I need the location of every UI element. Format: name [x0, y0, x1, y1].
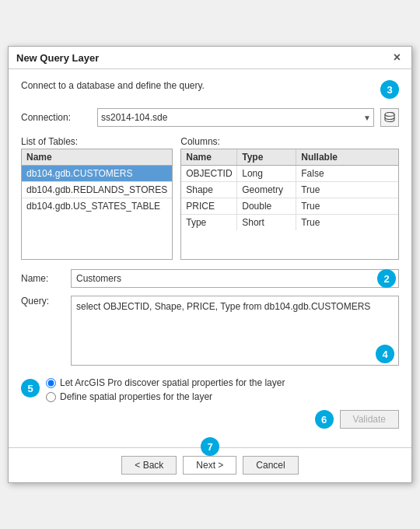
col-cell-nullable: True — [296, 215, 398, 230]
tables-header: Name — [22, 149, 172, 166]
connection-label: Connection: — [21, 112, 91, 123]
tables-container: Name db104.gdb.CUSTOMERS db104.gdb.REDLA… — [21, 149, 173, 260]
column-row[interactable]: PRICE Double True — [181, 198, 398, 215]
col-cell-type: Geometry — [237, 182, 296, 198]
badge-3: 3 — [380, 80, 399, 99]
instruction-row: Connect to a database and define the que… — [21, 80, 399, 99]
radio-define-spatial[interactable] — [46, 392, 56, 402]
query-textarea-wrapper: select OBJECTID, Shape, PRICE, Type from… — [71, 296, 399, 368]
columns-container: Name Type Nullable OBJECTID Long False S… — [180, 149, 399, 260]
dialog-body: Connect to a database and define the que… — [9, 69, 411, 447]
col-cell-type: Long — [237, 166, 296, 181]
db-connect-button[interactable] — [380, 108, 399, 127]
column-row[interactable]: Type Short True — [181, 215, 398, 230]
dialog-window: New Query Layer × Connect to a database … — [8, 46, 412, 483]
name-row: Name: 2 — [21, 269, 399, 288]
svg-point-0 — [385, 113, 394, 117]
validate-button[interactable]: Validate — [340, 410, 399, 429]
validate-row: 6 Validate — [21, 410, 399, 429]
badge-6: 6 — [315, 410, 334, 429]
query-field-label: Query: — [21, 296, 65, 307]
radio-define-label: Define spatial properties for the layer — [60, 391, 212, 402]
two-panel: List of Tables: Name db104.gdb.CUSTOMERS… — [21, 136, 399, 260]
col-th-type: Type — [237, 149, 296, 165]
footer: 7 < Back Next > Cancel — [9, 447, 411, 482]
col-cell-type: Double — [237, 198, 296, 214]
connection-select[interactable]: ss2014-104.sde — [97, 108, 374, 127]
table-row[interactable]: db104.gdb.CUSTOMERS — [22, 166, 172, 182]
table-row[interactable]: db104.gdb.US_STATES_TABLE — [22, 198, 172, 214]
col-cell-nullable: True — [296, 198, 398, 214]
table-cell-name: db104.gdb.REDLANDS_STORES — [22, 182, 172, 198]
table-cell-name: db104.gdb.US_STATES_TABLE — [22, 198, 172, 214]
badge-4: 4 — [376, 345, 394, 363]
badge-7: 7 — [201, 437, 219, 456]
radio-group: Let ArcGIS Pro discover spatial properti… — [46, 377, 399, 402]
radio-section: 5 Let ArcGIS Pro discover spatial proper… — [21, 377, 399, 402]
columns-label: Columns: — [180, 136, 399, 147]
connection-row: Connection: ss2014-104.sde ▼ — [21, 108, 399, 127]
badge-5: 5 — [21, 379, 40, 398]
instruction-text: Connect to a database and define the que… — [21, 80, 205, 91]
query-row: Query: select OBJECTID, Shape, PRICE, Ty… — [21, 296, 399, 368]
radio-discover-spatial[interactable] — [46, 378, 56, 388]
close-button[interactable]: × — [390, 51, 404, 64]
columns-body: OBJECTID Long False Shape Geometry True … — [181, 166, 398, 259]
col-cell-name: Type — [181, 215, 237, 230]
col-cell-nullable: True — [296, 182, 398, 198]
column-row[interactable]: OBJECTID Long False — [181, 166, 398, 182]
cancel-button[interactable]: Cancel — [243, 456, 298, 475]
col-cell-type: Short — [237, 215, 296, 230]
table-row[interactable]: db104.gdb.REDLANDS_STORES — [22, 182, 172, 198]
col-th-nullable: Nullable — [296, 149, 398, 165]
col-cell-nullable: False — [296, 166, 398, 181]
tables-panel: List of Tables: Name db104.gdb.CUSTOMERS… — [21, 136, 173, 260]
col-cell-name: OBJECTID — [181, 166, 237, 181]
title-bar: New Query Layer × — [9, 47, 411, 69]
col-cell-name: Shape — [181, 182, 237, 198]
radio-discover-label: Let ArcGIS Pro discover spatial properti… — [60, 377, 285, 388]
column-row[interactable]: Shape Geometry True — [181, 182, 398, 198]
tables-th-name: Name — [22, 149, 172, 165]
tables-body: db104.gdb.CUSTOMERS db104.gdb.REDLANDS_S… — [22, 166, 172, 259]
badge-2: 2 — [377, 269, 396, 288]
name-input[interactable] — [71, 269, 399, 288]
dialog-title: New Query Layer — [16, 52, 99, 64]
next-button[interactable]: Next > — [183, 456, 236, 475]
columns-panel: Columns: Name Type Nullable OBJECTID Lon… — [180, 136, 399, 260]
validate-badge-area: 6 — [315, 410, 334, 429]
tables-label: List of Tables: — [21, 136, 173, 147]
columns-header: Name Type Nullable — [181, 149, 398, 166]
back-button[interactable]: < Back — [121, 456, 177, 475]
radio-option-2[interactable]: Define spatial properties for the layer — [46, 391, 399, 402]
connection-select-wrapper[interactable]: ss2014-104.sde ▼ — [97, 108, 374, 127]
col-th-name: Name — [181, 149, 237, 165]
radio-option-1[interactable]: Let ArcGIS Pro discover spatial properti… — [46, 377, 399, 388]
name-input-wrapper: 2 — [71, 269, 399, 288]
table-cell-name: db104.gdb.CUSTOMERS — [22, 166, 172, 181]
db-icon — [383, 112, 396, 123]
col-cell-name: PRICE — [181, 198, 237, 214]
name-field-label: Name: — [21, 273, 65, 284]
query-textarea[interactable]: select OBJECTID, Shape, PRICE, Type from… — [71, 296, 399, 366]
